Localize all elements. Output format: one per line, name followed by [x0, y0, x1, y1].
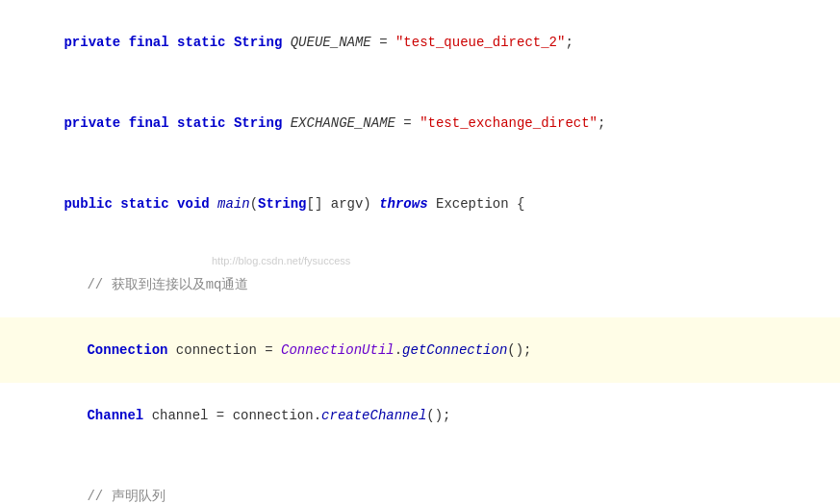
type-string3: String	[258, 196, 306, 212]
code-line-3: private final static String EXCHANGE_NAM…	[0, 90, 840, 156]
keyword-final2: final	[129, 115, 169, 131]
class-connectionutil: ConnectionUtil	[281, 342, 395, 358]
const-queue-name: QUEUE_NAME	[291, 35, 371, 50]
keyword-static2: static	[177, 115, 225, 131]
type-string2: String	[234, 115, 282, 131]
const-exchange-name: EXCHANGE_NAME	[291, 115, 395, 131]
str-exchange-value: "test_exchange_direct"	[420, 115, 598, 131]
keyword-private2: private	[64, 115, 120, 131]
keyword-static: static	[177, 35, 225, 50]
keyword-throws: throws	[379, 196, 427, 212]
keyword-private: private	[64, 35, 120, 50]
keyword-void: void	[177, 196, 210, 212]
comment-2: // 声明队列	[87, 489, 165, 504]
code-line-empty-4	[0, 448, 840, 464]
code-container: private final static String QUEUE_NAME =…	[0, 0, 840, 504]
comment-1: // 获取到连接以及mq通道	[87, 277, 248, 292]
keyword-static3: static	[120, 196, 168, 212]
code-line-9: Channel channel = connection.createChann…	[0, 383, 840, 448]
method-main: main	[217, 196, 250, 212]
code-line-1: private final static String QUEUE_NAME =…	[0, 10, 840, 75]
code-line-comment2: // 声明队列	[0, 464, 840, 504]
keyword-final: final	[129, 35, 169, 50]
keyword-public: public	[64, 196, 112, 212]
code-line-empty-3	[0, 237, 840, 252]
code-line-empty-2	[0, 156, 840, 171]
type-string: String	[234, 35, 282, 50]
code-line-8: Connection connection = ConnectionUtil.g…	[0, 317, 840, 383]
method-getconnection: getConnection	[402, 342, 507, 358]
code-line-comment1: // 获取到连接以及mq通道	[0, 252, 840, 317]
code-line-empty-1	[0, 75, 840, 90]
type-channel: Channel	[87, 408, 143, 423]
method-createchannel: createChannel	[321, 408, 426, 423]
type-connection: Connection	[87, 342, 167, 358]
code-line-5: public static void main(String[] argv) t…	[0, 171, 840, 237]
str-queue-value: "test_queue_direct_2"	[395, 35, 565, 50]
